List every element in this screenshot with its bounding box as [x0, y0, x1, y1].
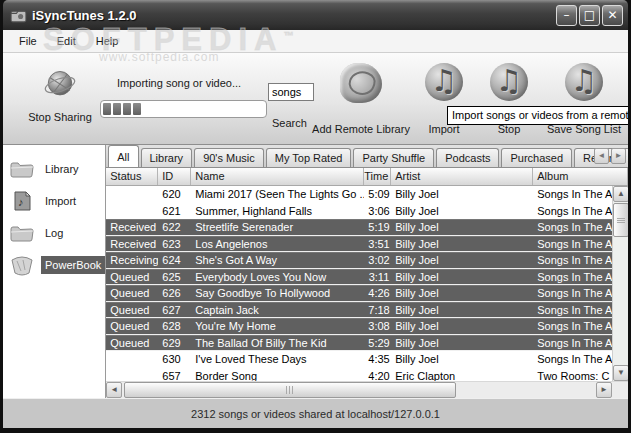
table-row[interactable]: Received 623 Los Angelenos 3:51 Billy Jo…: [106, 236, 628, 253]
cell-artist: Billy Joel: [391, 186, 533, 203]
vertical-scroll-thumb[interactable]: [613, 203, 628, 237]
sidebar-item-label: Log: [41, 224, 67, 242]
cell-status: Queued: [106, 302, 158, 318]
cell-name: Border Song: [191, 368, 364, 382]
cell-status: Queued: [106, 269, 158, 285]
tab-all[interactable]: All: [108, 145, 138, 167]
music-note-icon: [490, 63, 528, 101]
sidebar-item-log[interactable]: Log: [3, 217, 105, 249]
search-label: Search: [272, 117, 307, 129]
add-remote-library-label: Add Remote Library: [305, 123, 417, 135]
cell-name: Summer, Highland Falls: [191, 203, 364, 220]
cell-time: 4:20: [364, 368, 391, 382]
import-progress-bar: [100, 100, 267, 118]
table-row[interactable]: Queued 626 Say Goodbye To Hollywood 4:26…: [106, 285, 628, 302]
cell-name: The Ballad Of Billy The Kid: [191, 335, 364, 351]
song-list: 620 Miami 2017 (Seen The Lights Go ... 5…: [106, 186, 628, 381]
column-header-album[interactable]: Album: [533, 168, 628, 185]
menu-file[interactable]: File: [9, 32, 47, 50]
scroll-up-icon[interactable]: ▲: [613, 186, 628, 202]
cell-name: Los Angelenos: [191, 236, 364, 252]
sidebar-item-label: Import: [41, 192, 80, 210]
tab-scroll-left-icon[interactable]: ◄: [594, 148, 609, 164]
column-header-id[interactable]: ID: [158, 168, 191, 185]
table-row[interactable]: Queued 627 Captain Jack 7:18 Billy Joel …: [106, 302, 628, 319]
stop-sharing-button[interactable]: Stop Sharing: [17, 67, 103, 123]
column-header-name[interactable]: Name: [191, 168, 364, 185]
importing-status-label: Importing song or video...: [117, 77, 241, 89]
import-tooltip: Import songs or videos from a remote l: [447, 106, 628, 125]
cell-status: Received: [106, 219, 158, 235]
menu-edit[interactable]: Edit: [47, 32, 86, 50]
column-header-artist[interactable]: Artist: [391, 168, 533, 185]
progress-segment: [133, 103, 141, 115]
cell-id: 628: [158, 318, 191, 334]
column-header-status[interactable]: Status: [106, 168, 158, 185]
add-remote-library-icon: [340, 63, 382, 103]
cell-time: 3:02: [364, 252, 391, 268]
cell-name: Say Goodbye To Hollywood: [191, 285, 364, 301]
cell-status: [106, 368, 158, 382]
cell-status: [106, 186, 158, 203]
cell-id: 657: [158, 368, 191, 382]
cell-id: 622: [158, 219, 191, 235]
table-row[interactable]: 621 Summer, Highland Falls 3:06 Billy Jo…: [106, 203, 628, 220]
cell-time: 3:08: [364, 318, 391, 334]
cell-artist: Billy Joel: [391, 285, 533, 301]
tab-scroll-right-icon[interactable]: ►: [611, 148, 626, 164]
status-bar: 2312 songs or videos shared at localhost…: [3, 398, 628, 428]
add-remote-library-button[interactable]: Add Remote Library: [305, 63, 417, 135]
cell-name: Everybody Loves You Now: [191, 269, 364, 285]
cell-time: 7:18: [364, 302, 391, 318]
close-button[interactable]: ✕: [602, 5, 623, 26]
title-bar[interactable]: iSyncTunes 1.2.0 – □ ✕: [3, 0, 628, 30]
table-row[interactable]: 620 Miami 2017 (Seen The Lights Go ... 5…: [106, 186, 628, 203]
table-row[interactable]: 630 I've Loved These Days 4:35 Billy Joe…: [106, 351, 628, 368]
horizontal-scroll-thumb[interactable]: [124, 382, 456, 398]
maximize-button[interactable]: □: [579, 5, 600, 26]
stop-sharing-label: Stop Sharing: [17, 111, 103, 123]
table-row[interactable]: Queued 625 Everybody Loves You Now 3:11 …: [106, 269, 628, 286]
sidebar-item-powerbook[interactable]: PowerBook: [3, 249, 105, 281]
sidebar-item-library[interactable]: Library: [3, 153, 105, 185]
table-row[interactable]: Queued 629 The Ballad Of Billy The Kid 5…: [106, 335, 628, 352]
music-doc-icon: ♪: [9, 190, 35, 212]
cell-name: She's Got A Way: [191, 252, 364, 268]
cell-id: 629: [158, 335, 191, 351]
cell-id: 623: [158, 236, 191, 252]
tab-90s-music[interactable]: 90's Music: [194, 148, 264, 167]
sidebar-item-import[interactable]: ♪ Import: [3, 185, 105, 217]
playlist-tab-bar: All Library 90's Music My Top Rated Part…: [106, 145, 628, 167]
shell-folder-icon: [9, 254, 35, 276]
table-row[interactable]: Queued 628 You're My Home 3:08 Billy Joe…: [106, 318, 628, 335]
menu-bar: File Edit Help: [3, 30, 628, 53]
table-row[interactable]: 657 Border Song 4:20 Eric Clapton Two Ro…: [106, 368, 628, 382]
cell-name: Miami 2017 (Seen The Lights Go ...: [191, 186, 364, 203]
window-title: iSyncTunes 1.2.0: [32, 8, 556, 23]
sidebar: Library ♪ Import Log: [3, 145, 106, 398]
scroll-down-icon[interactable]: ▼: [613, 365, 628, 381]
horizontal-scrollbar[interactable]: ◄ ►: [106, 381, 628, 398]
minimize-button[interactable]: –: [556, 5, 577, 26]
cell-id: 621: [158, 203, 191, 220]
tab-library[interactable]: Library: [141, 148, 193, 167]
tab-party-shuffle[interactable]: Party Shuffle: [353, 148, 434, 167]
cell-id: 620: [158, 186, 191, 203]
app-window: iSyncTunes 1.2.0 – □ ✕ File Edit Help SO…: [0, 0, 631, 433]
vertical-scrollbar[interactable]: ▲ ▼: [612, 186, 628, 381]
svg-text:♪: ♪: [18, 196, 24, 208]
cell-artist: Billy Joel: [391, 219, 533, 235]
column-header-time[interactable]: Time: [364, 168, 391, 185]
horizontal-scroll-track[interactable]: [122, 382, 596, 398]
scroll-left-icon[interactable]: ◄: [106, 382, 122, 398]
tab-podcasts[interactable]: Podcasts: [436, 148, 499, 167]
table-row[interactable]: Receiving 624 She's Got A Way 3:02 Billy…: [106, 252, 628, 269]
menu-help[interactable]: Help: [86, 32, 129, 50]
toolbar: Stop Sharing Importing song or video... …: [3, 53, 628, 145]
tab-purchased[interactable]: Purchased: [501, 148, 572, 167]
scroll-right-icon[interactable]: ►: [596, 382, 612, 398]
cell-time: 5:09: [364, 186, 391, 203]
table-row[interactable]: Received 622 Streetlife Serenader 5:19 B…: [106, 219, 628, 236]
tab-my-top-rated[interactable]: My Top Rated: [266, 148, 352, 167]
cell-time: 4:26: [364, 285, 391, 301]
